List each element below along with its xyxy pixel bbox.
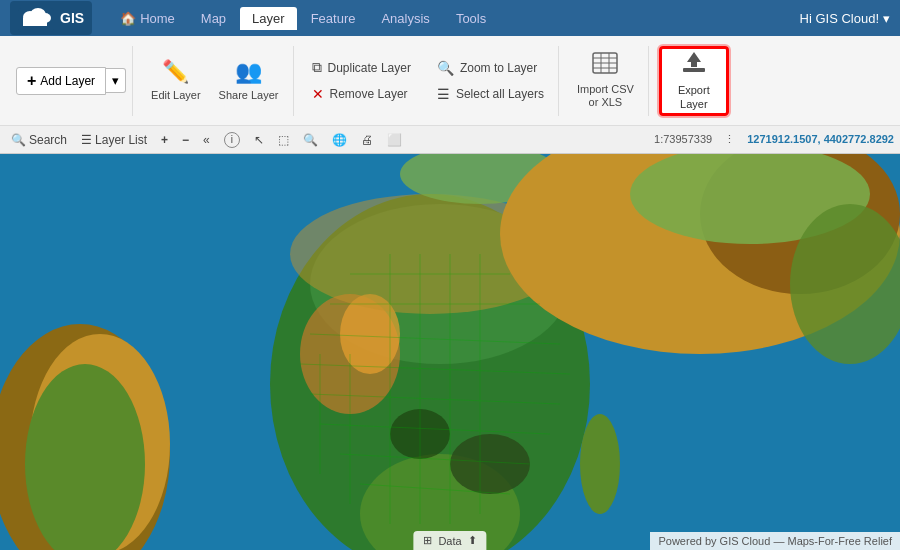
toolbar: + Add Layer ▾ ✏️ Edit Layer 👥 Share Laye…: [0, 36, 900, 126]
print-icon: 🖨: [361, 133, 373, 147]
logo[interactable]: GIS: [10, 1, 92, 35]
svg-point-22: [450, 434, 530, 494]
add-layer-group: + Add Layer ▾: [10, 46, 133, 116]
collapse-icon: «: [203, 133, 210, 147]
edit-share-group: ✏️ Edit Layer 👥 Share Layer: [137, 46, 293, 116]
nav-home[interactable]: 🏠 Home: [108, 7, 187, 30]
cursor-tool-button[interactable]: ↖: [249, 131, 269, 149]
user-greeting: Hi GIS Cloud!: [800, 11, 879, 26]
cursor-icon: ↖: [254, 133, 264, 147]
map-view[interactable]: ⊞ Data ⬆ Powered by GIS Cloud — Maps-For…: [0, 154, 900, 550]
info-icon: i: [224, 132, 240, 148]
search-label: Search: [29, 133, 67, 147]
search-icon: 🔍: [11, 133, 26, 147]
layer-ops-group: ⧉ Duplicate Layer ✕ Remove Layer 🔍 Zoom …: [298, 46, 559, 116]
upload-icon: ⬆: [468, 534, 477, 547]
zoom-select-col: 🔍 Zoom to Layer ☰ Select all Layers: [429, 57, 552, 105]
remove-layer-label: Remove Layer: [330, 87, 408, 101]
zoom-to-layer-label: Zoom to Layer: [460, 61, 537, 75]
powered-by-text: Powered by GIS Cloud — Maps-For-Free Rel…: [658, 535, 892, 547]
plus-icon: +: [27, 72, 36, 90]
select-all-layers-button[interactable]: ☰ Select all Layers: [429, 83, 552, 105]
extent-icon: ⬜: [387, 133, 402, 147]
coords-display: 1271912.1507, 4402772.8292: [747, 133, 894, 146]
zoom-to-layer-button[interactable]: 🔍 Zoom to Layer: [429, 57, 552, 79]
share-icon: 👥: [235, 59, 262, 85]
collapse-icon-button[interactable]: «: [198, 131, 215, 149]
select-all-layers-label: Select all Layers: [456, 87, 544, 101]
edit-icon: ✏️: [162, 59, 189, 85]
nav-feature[interactable]: Feature: [299, 7, 368, 30]
add-icon-button[interactable]: +: [156, 131, 173, 149]
extent-button[interactable]: ⬜: [382, 131, 407, 149]
layer-list-label: Layer List: [95, 133, 147, 147]
duplicate-layer-button[interactable]: ⧉ Duplicate Layer: [304, 56, 419, 79]
select-tool-button[interactable]: ⬚: [273, 131, 294, 149]
gis-cloud-logo-icon: [18, 4, 54, 32]
add-layer-row: + Add Layer ▾: [16, 67, 126, 95]
zoom-in-icon: 🔍: [303, 133, 318, 147]
top-navbar: GIS 🏠 Home Map Layer Feature Analysis To…: [0, 0, 900, 36]
import-icon: [592, 52, 618, 80]
import-csv-button[interactable]: Import CSVor XLS: [569, 49, 642, 113]
data-panel-button[interactable]: ⊞ Data ⬆: [413, 531, 486, 550]
plus-icon: +: [161, 133, 168, 147]
grid-icon: ⊞: [423, 534, 432, 547]
map-svg: [0, 154, 900, 550]
subbar: 🔍 Search ☰ Layer List + − « i ↖ ⬚ 🔍 🌐 🖨 …: [0, 126, 900, 154]
minus-icon: −: [182, 133, 189, 147]
nav-links: 🏠 Home Map Layer Feature Analysis Tools: [108, 7, 799, 30]
nav-map-label: Map: [201, 11, 226, 26]
globe-button[interactable]: 🌐: [327, 131, 352, 149]
svg-rect-11: [683, 68, 705, 72]
print-button[interactable]: 🖨: [356, 131, 378, 149]
import-group: Import CSVor XLS: [563, 46, 649, 116]
add-layer-wrap: + Add Layer ▾: [16, 67, 126, 95]
select-all-icon: ☰: [437, 86, 450, 102]
data-label: Data: [438, 535, 461, 547]
nav-layer[interactable]: Layer: [240, 7, 297, 30]
coords-separator: ⋮: [724, 133, 735, 146]
minus-icon-button[interactable]: −: [177, 131, 194, 149]
share-layer-button[interactable]: 👥 Share Layer: [211, 49, 287, 113]
info-icon-button[interactable]: i: [219, 130, 245, 150]
nav-tools[interactable]: Tools: [444, 7, 498, 30]
nav-tools-label: Tools: [456, 11, 486, 26]
remove-layer-button[interactable]: ✕ Remove Layer: [304, 83, 419, 105]
edit-layer-label: Edit Layer: [151, 89, 201, 102]
export-group: ExportLayer: [653, 46, 735, 116]
nav-analysis-label: Analysis: [381, 11, 429, 26]
add-layer-label: Add Layer: [40, 74, 95, 88]
layer-list-button[interactable]: ☰ Layer List: [76, 131, 152, 149]
home-icon: 🏠: [120, 11, 136, 26]
zoom-icon: 🔍: [437, 60, 454, 76]
globe-icon: 🌐: [332, 133, 347, 147]
nav-map[interactable]: Map: [189, 7, 238, 30]
duplicate-icon: ⧉: [312, 59, 322, 76]
user-menu[interactable]: Hi GIS Cloud! ▾: [800, 11, 890, 26]
svg-marker-12: [687, 52, 701, 67]
layer-ops-col: ⧉ Duplicate Layer ✕ Remove Layer: [304, 56, 419, 105]
edit-layer-button[interactable]: ✏️ Edit Layer: [143, 49, 209, 113]
chevron-down-icon: ▾: [883, 11, 890, 26]
coords-area: 1:73957339 ⋮ 1271912.1507, 4402772.8292: [654, 133, 894, 146]
duplicate-layer-label: Duplicate Layer: [328, 61, 411, 75]
export-layer-label: ExportLayer: [678, 84, 710, 110]
svg-point-30: [580, 414, 620, 514]
logo-text: GIS: [60, 10, 84, 26]
remove-icon: ✕: [312, 86, 324, 102]
zoom-in-button[interactable]: 🔍: [298, 131, 323, 149]
add-layer-button[interactable]: + Add Layer: [16, 67, 106, 95]
scale-display: 1:73957339: [654, 133, 712, 146]
svg-rect-4: [23, 18, 47, 26]
add-layer-dropdown-button[interactable]: ▾: [106, 68, 126, 93]
nav-analysis[interactable]: Analysis: [369, 7, 441, 30]
nav-home-label: Home: [140, 11, 175, 26]
dropdown-arrow-icon: ▾: [112, 73, 119, 88]
list-icon: ☰: [81, 133, 92, 147]
share-layer-label: Share Layer: [219, 89, 279, 102]
search-button[interactable]: 🔍 Search: [6, 131, 72, 149]
select-icon: ⬚: [278, 133, 289, 147]
powered-by-label: Powered by GIS Cloud — Maps-For-Free Rel…: [650, 532, 900, 550]
export-layer-button[interactable]: ExportLayer: [659, 46, 729, 116]
